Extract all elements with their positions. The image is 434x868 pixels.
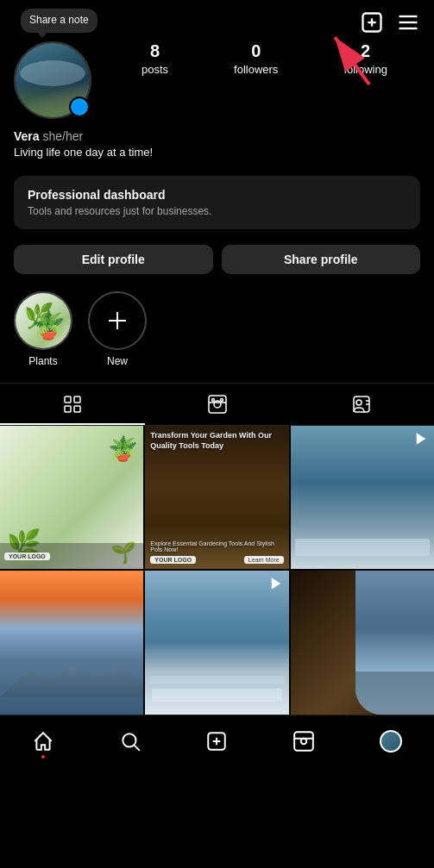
svg-point-17 [214, 401, 221, 408]
posts-label: posts [142, 63, 168, 76]
pro-dashboard-title: Professional dashboard [28, 188, 406, 202]
add-post-icon[interactable] [360, 10, 384, 34]
tab-reels[interactable] [145, 384, 290, 425]
home-active-dot [41, 755, 45, 759]
create-nav-item[interactable] [196, 726, 237, 757]
grid-cell-6[interactable] [291, 571, 434, 714]
story-new[interactable]: New [88, 291, 147, 367]
following-label: following [343, 63, 387, 76]
add-story-button[interactable] [69, 97, 90, 117]
svg-line-28 [135, 746, 140, 751]
followers-stat[interactable]: 0 followers [234, 41, 278, 76]
new-label: New [107, 355, 128, 367]
svg-marker-26 [271, 578, 280, 590]
followers-count: 0 [251, 41, 261, 61]
tab-grid[interactable] [0, 384, 145, 425]
pro-dashboard-subtitle: Tools and resources just for businesses. [28, 205, 406, 217]
tab-tagged[interactable] [289, 384, 434, 425]
bio: Living life one day at a time! [14, 146, 420, 159]
grid-cell-1[interactable]: 🌿 🪴 🌱 YOUR LOGO [0, 426, 143, 569]
reel-play-icon-2 [268, 576, 284, 595]
svg-point-27 [123, 734, 135, 746]
stats-row: 8 posts 0 followers 2 following [109, 41, 420, 76]
svg-marker-25 [417, 433, 426, 445]
svg-rect-13 [74, 397, 80, 403]
display-name: Vera [14, 129, 40, 143]
story-plants[interactable]: Plants [14, 291, 72, 367]
svg-rect-14 [65, 406, 71, 412]
pronouns: she/her [42, 129, 83, 143]
svg-point-18 [211, 399, 214, 402]
profile-nav-item[interactable] [370, 726, 412, 757]
stories-row: Plants New [0, 283, 434, 379]
share-profile-button[interactable]: Share profile [222, 245, 421, 274]
svg-rect-32 [294, 732, 313, 751]
posts-stat[interactable]: 8 posts [142, 41, 168, 76]
grid-cell-2[interactable]: Transform Your Garden With Our Quality T… [145, 426, 288, 569]
action-buttons: Edit profile Share profile [0, 236, 434, 283]
search-nav-item[interactable] [110, 726, 151, 757]
reels-nav-item[interactable] [283, 726, 324, 757]
hamburger-menu-icon[interactable] [396, 10, 420, 34]
edit-profile-button[interactable]: Edit profile [14, 245, 213, 274]
professional-dashboard[interactable]: Professional dashboard Tools and resourc… [14, 176, 420, 229]
home-nav-item[interactable] [22, 726, 64, 757]
username-line: Vera she/her [14, 129, 420, 143]
avatar-wrap[interactable]: Share a note [14, 41, 91, 119]
svg-rect-15 [74, 406, 80, 412]
plants-label: Plants [28, 355, 57, 367]
followers-label: followers [234, 63, 278, 76]
plants-story-circle [14, 291, 72, 350]
grid-cell-3[interactable] [291, 426, 434, 569]
following-stat[interactable]: 2 following [343, 41, 387, 76]
tabs-row [0, 383, 434, 426]
grid-cell-5[interactable] [145, 571, 288, 714]
reel-play-icon [413, 431, 429, 450]
bottom-navigation [0, 715, 434, 771]
svg-point-22 [356, 400, 362, 405]
following-count: 2 [361, 41, 370, 61]
profile-header: Share a note 8 posts 0 followers 2 follo… [0, 41, 434, 129]
svg-rect-16 [209, 396, 226, 413]
ad-text-top: Transform Your Garden With Our Quality T… [150, 431, 283, 451]
grid-cell-4[interactable] [0, 571, 143, 714]
posts-grid: 🌿 🪴 🌱 YOUR LOGO Transform Your Garden Wi… [0, 426, 434, 715]
share-note-bubble[interactable]: Share a note [21, 9, 97, 33]
new-story-circle [88, 291, 147, 350]
svg-point-19 [220, 399, 223, 402]
profile-info: Vera she/her Living life one day at a ti… [0, 129, 434, 169]
svg-rect-12 [65, 397, 71, 403]
profile-nav-thumb [380, 730, 402, 752]
posts-count: 8 [150, 41, 160, 61]
